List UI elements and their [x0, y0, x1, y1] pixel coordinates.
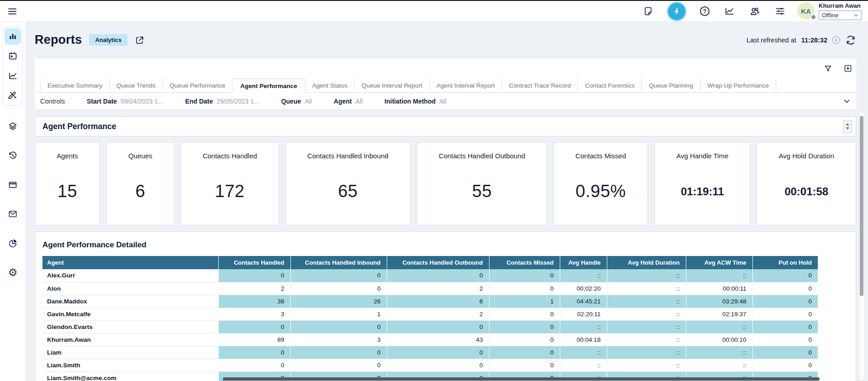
window-icon: [8, 180, 18, 190]
filter-value: 09/04/2023 1...: [121, 98, 163, 105]
column-header[interactable]: Avg Handle: [560, 256, 607, 269]
metric-cell: 04:45:21: [560, 295, 607, 308]
column-header[interactable]: Contacts Handled Inbound: [290, 256, 387, 269]
kpi-card: Contacts Handled Outbound 55: [417, 142, 547, 225]
agent-name-cell: Liam.Smith: [42, 359, 218, 371]
filter-button[interactable]: [824, 64, 832, 73]
column-header[interactable]: Contacts Handled: [218, 256, 290, 269]
sidebar-item-schedule[interactable]: [5, 48, 21, 64]
hamburger-menu-button[interactable]: [6, 5, 18, 17]
column-header[interactable]: Avg Hold Duration: [607, 256, 686, 269]
metric-cell: 0: [752, 346, 818, 359]
settings-sliders-button[interactable]: [775, 6, 785, 16]
main-content: Reports Analytics Last refreshed at 11:2…: [26, 22, 868, 381]
report-tab[interactable]: Contact Forensics: [578, 78, 642, 92]
sidebar-group: [3, 26, 23, 105]
open-external-button[interactable]: [135, 35, 145, 45]
spinner-down-icon[interactable]: [846, 127, 849, 130]
directory-button[interactable]: [749, 6, 760, 17]
users-icon: [749, 6, 760, 17]
design-tools-icon: [8, 90, 18, 100]
sidebar-item-pie-reports[interactable]: [5, 235, 21, 251]
collapse-controls-button[interactable]: [843, 97, 851, 105]
avatar[interactable]: KA: [797, 2, 815, 20]
filter-control[interactable]: Initiation Method All: [384, 98, 447, 105]
metric-cell: 38: [218, 295, 290, 308]
metric-cell: 2: [218, 282, 290, 295]
sidebar-item-settings[interactable]: ⚙: [5, 264, 21, 281]
metric-cell: 00:02:20: [560, 282, 607, 295]
metric-cell: 0: [218, 269, 290, 282]
detail-table-title: Agent Performance Detailed: [42, 240, 848, 250]
kpi-value: 01:19:11: [681, 185, 724, 200]
filter-control[interactable]: Start Date 09/04/2023 1...: [87, 98, 163, 105]
filter-control[interactable]: Agent All: [334, 98, 363, 105]
sidebar-item-analytics[interactable]: [5, 68, 21, 84]
topbar-icons: ?: [643, 3, 785, 20]
filter-value: All: [439, 98, 447, 105]
column-header[interactable]: Contacts Missed: [489, 256, 560, 269]
report-tab[interactable]: Agent Status: [305, 78, 355, 92]
report-tab[interactable]: Agent Interval Report: [430, 78, 502, 92]
refresh-button[interactable]: [845, 35, 856, 46]
metrics-button[interactable]: [724, 6, 735, 16]
line-chart-icon: [724, 6, 735, 16]
column-header[interactable]: Agent: [42, 256, 218, 269]
vertical-scrollbar-thumb[interactable]: [860, 116, 863, 296]
avatar-initials: KA: [801, 7, 811, 15]
metric-cell: 3: [218, 308, 290, 320]
metric-cell: 0: [489, 308, 560, 320]
tabs-bar: Executive Summary Queue Trends Queue Per…: [35, 78, 856, 93]
column-header[interactable]: Avg ACW Time: [686, 256, 752, 269]
filter-label: Queue: [281, 98, 301, 105]
column-header[interactable]: Put on Hold: [752, 256, 818, 269]
spinner-up-icon[interactable]: [846, 123, 849, 125]
horizontal-scrollbar[interactable]: [223, 377, 820, 381]
sidebar-item-reports[interactable]: [5, 28, 21, 45]
report-tab[interactable]: Queue Planning: [642, 78, 700, 92]
download-icon: [843, 64, 852, 73]
report-tab[interactable]: Agent Performance: [232, 78, 305, 93]
agent-performance-table: Agent Contacts Handled Contacts Handled …: [42, 256, 818, 381]
controls-row: Controls Start Date 09/04/2023 1... End …: [35, 93, 856, 110]
sidebar-item-window[interactable]: [5, 177, 21, 193]
report-tab[interactable]: Queue Performance: [163, 78, 233, 92]
metric-cell: 0: [290, 320, 387, 333]
filter-control[interactable]: Queue All: [281, 98, 312, 105]
kpi-card: Agents 15: [35, 142, 100, 225]
help-button[interactable]: ?: [700, 6, 710, 16]
download-button[interactable]: [843, 64, 852, 73]
sidebar-item-layers[interactable]: [5, 118, 21, 135]
sidebar-item-history[interactable]: [5, 147, 21, 164]
kpi-label: Queues: [128, 152, 153, 160]
report-tab[interactable]: Queue Trends: [110, 78, 163, 92]
table-row: Liam 0000::::::0: [42, 346, 818, 359]
section-spinner[interactable]: [843, 120, 852, 133]
metric-cell: 00:04:18: [560, 333, 607, 346]
user-info: Khurram Awan Offline: [819, 2, 862, 20]
kpi-card: Contacts Missed 0.95%: [553, 142, 648, 225]
report-tab[interactable]: Contract Trace Record: [502, 78, 578, 92]
app-window: ? KA Khurram Awan Offline: [0, 0, 868, 381]
metric-cell: ::: [607, 333, 686, 346]
sidebar-item-mail[interactable]: [5, 206, 21, 222]
filter-value: All: [355, 98, 363, 105]
metric-cell: ::: [607, 320, 686, 333]
vertical-scrollbar[interactable]: [859, 111, 864, 380]
notes-button[interactable]: [643, 6, 653, 16]
report-tab[interactable]: Wrap-Up Performance: [700, 78, 776, 92]
metric-cell: ::: [686, 346, 752, 359]
column-header[interactable]: Contacts Handled Outbound: [387, 256, 489, 269]
report-tab[interactable]: Queue Interval Report: [355, 78, 430, 92]
status-select[interactable]: Offline: [819, 10, 862, 20]
metric-cell: 0: [752, 269, 818, 282]
external-link-icon: [135, 35, 145, 45]
realtime-button[interactable]: [668, 3, 685, 20]
kpi-label: Agents: [57, 152, 78, 160]
layers-icon: [8, 121, 18, 131]
info-icon[interactable]: i: [832, 36, 840, 44]
metric-cell: 3: [290, 333, 387, 346]
sidebar-item-customize[interactable]: [5, 87, 21, 104]
report-tab[interactable]: Executive Summary: [40, 78, 110, 92]
filter-control[interactable]: End Date 29/05/2023 1...: [185, 98, 259, 105]
